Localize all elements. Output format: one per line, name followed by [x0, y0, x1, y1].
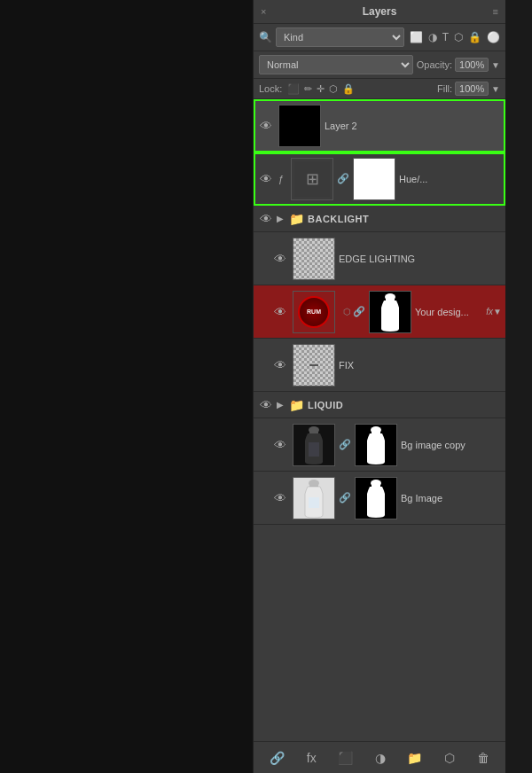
- layer-name: Bg image copy: [401, 440, 502, 450]
- new-layer-button[interactable]: ⬡: [441, 749, 458, 767]
- opacity-value[interactable]: 100%: [455, 58, 489, 72]
- lock-row: Lock: ⬛ ✏ ✛ ⬡ 🔒 Fill: 100% ▼: [254, 79, 505, 99]
- adjustment-icon: ƒ: [275, 174, 287, 184]
- fix-dash: [309, 364, 318, 366]
- layer-item[interactable]: 👁 EDGE LIGHTING: [254, 232, 505, 285]
- lock-position-icon[interactable]: ✛: [317, 83, 325, 95]
- visibility-icon[interactable]: 👁: [271, 491, 289, 505]
- fill-arrow[interactable]: ▼: [491, 84, 500, 94]
- adjustment-svg: ⊞: [294, 161, 330, 197]
- lock-artboard-icon[interactable]: ⬡: [329, 83, 338, 95]
- layer-item[interactable]: 👁 RUM ⬡ 🔗 Your desig... fx ▼: [254, 285, 505, 339]
- delete-layer-button[interactable]: 🗑: [473, 749, 493, 767]
- svg-rect-10: [309, 483, 318, 487]
- link-layers-button[interactable]: 🔗: [266, 749, 288, 767]
- layer-item[interactable]: 👁 🔗 Bg Image: [254, 472, 505, 525]
- filter-row: 🔍 Kind ⬜ ◑ T ⬡ 🔒 ⚪: [254, 24, 505, 51]
- layer-thumbnail: [293, 424, 335, 466]
- search-icon: 🔍: [259, 31, 272, 43]
- layer-thumbnail: RUM: [293, 291, 335, 333]
- layer-name: FIX: [339, 360, 502, 371]
- svg-rect-8: [372, 430, 380, 433]
- add-adjustment-button[interactable]: ◑: [372, 749, 389, 767]
- filter-smart-icon[interactable]: 🔒: [468, 31, 481, 43]
- visibility-icon[interactable]: 👁: [257, 119, 275, 133]
- folder-name: BACKLIGHT: [308, 214, 369, 224]
- bottle-svg: [301, 478, 327, 519]
- visibility-icon[interactable]: 👁: [257, 172, 275, 186]
- opacity-group: Opacity: 100% ▼: [417, 58, 500, 72]
- layers-list: 👁 Layer 2 👁 ƒ ⊞ 🔗 Hue/... 👁 ▶ 📁 BACKLIGH…: [254, 99, 505, 741]
- visibility-icon[interactable]: 👁: [257, 212, 275, 226]
- folder-icon: 📁: [289, 212, 304, 226]
- layer-thumbnail: [293, 477, 335, 519]
- link-icon: 🔗: [337, 173, 349, 184]
- svg-text:⊞: ⊞: [306, 170, 319, 188]
- adjustment-thumb: ⊞: [291, 158, 333, 200]
- fill-value[interactable]: 100%: [455, 82, 489, 96]
- filter-type-icon[interactable]: T: [442, 31, 449, 43]
- visibility-icon[interactable]: 👁: [257, 398, 275, 412]
- panel-header: × Layers ≡: [254, 0, 505, 24]
- link-icon: 🔗: [339, 439, 351, 450]
- folder-arrow-icon[interactable]: ▶: [277, 400, 284, 410]
- layer-badges: ⬡: [340, 307, 353, 316]
- layer-item[interactable]: 👁 🔗 Bg image copy: [254, 418, 505, 472]
- folder-item[interactable]: 👁 ▶ 📁 BACKLIGHT: [254, 206, 505, 232]
- mask-thumbnail: [355, 477, 397, 519]
- layer-item[interactable]: 👁 ƒ ⊞ 🔗 Hue/...: [254, 152, 505, 206]
- blend-mode-select[interactable]: Normal: [259, 55, 413, 74]
- visibility-icon[interactable]: 👁: [271, 305, 289, 319]
- lock-transparent-icon[interactable]: ⬛: [287, 83, 300, 95]
- mask-thumbnail: [353, 158, 395, 200]
- canvas-area: [0, 0, 253, 773]
- lock-all-icon[interactable]: 🔒: [342, 83, 355, 95]
- filter-toggle-icon[interactable]: ⚪: [487, 31, 500, 43]
- layer-name: Bg Image: [401, 493, 502, 504]
- fx-label: fx: [486, 307, 493, 316]
- svg-rect-6: [309, 442, 319, 457]
- fx-arrow[interactable]: ▼: [493, 307, 502, 316]
- link-icon: 🔗: [353, 306, 365, 317]
- lock-icons: ⬛ ✏ ✛ ⬡ 🔒: [287, 83, 355, 95]
- layer-name: Layer 2: [325, 121, 502, 131]
- layer-thumbnail: [293, 344, 335, 386]
- bottle-svg: [363, 478, 389, 519]
- add-fx-button[interactable]: fx: [303, 749, 320, 767]
- lock-image-icon[interactable]: ✏: [304, 83, 312, 95]
- filter-pixel-icon[interactable]: ⬜: [410, 31, 423, 43]
- panel-close-button[interactable]: ×: [261, 6, 266, 17]
- filter-adjustment-icon[interactable]: ◑: [428, 31, 437, 43]
- opacity-label: Opacity:: [417, 59, 452, 70]
- filter-kind-select[interactable]: Kind: [276, 27, 404, 47]
- svg-rect-5: [309, 430, 318, 433]
- lock-label: Lock:: [259, 83, 282, 94]
- visibility-icon[interactable]: 👁: [271, 358, 289, 372]
- panel-menu-button[interactable]: ≡: [493, 6, 498, 17]
- layer-thumbnail: [293, 238, 335, 280]
- layer-item[interactable]: 👁 Layer 2: [254, 99, 505, 152]
- folder-item[interactable]: 👁 ▶ 📁 Liquid: [254, 392, 505, 418]
- bottle-svg: [363, 425, 389, 465]
- layer-name: EDGE LIGHTING: [339, 254, 502, 264]
- new-group-button[interactable]: 📁: [403, 749, 426, 767]
- visibility-icon[interactable]: 👁: [271, 438, 289, 452]
- layer-name: Your desig...: [415, 307, 484, 317]
- visibility-icon[interactable]: 👁: [271, 252, 289, 266]
- layer-name: Hue/...: [399, 174, 502, 184]
- opacity-arrow[interactable]: ▼: [491, 60, 500, 70]
- folder-arrow-icon[interactable]: ▶: [277, 214, 284, 223]
- svg-rect-13: [372, 483, 380, 487]
- add-mask-button[interactable]: ⬛: [334, 749, 356, 767]
- fill-label: Fill:: [437, 83, 452, 94]
- filter-shape-icon[interactable]: ⬡: [454, 31, 463, 43]
- folder-name: Liquid: [308, 400, 343, 410]
- svg-rect-3: [386, 297, 395, 301]
- mask-thumbnail: [355, 424, 397, 466]
- folder-icon: 📁: [289, 398, 304, 412]
- svg-rect-11: [309, 497, 319, 508]
- layer-item[interactable]: 👁 FIX: [254, 339, 505, 392]
- rum-logo: RUM: [298, 296, 330, 328]
- link-icon: 🔗: [339, 492, 351, 504]
- bottle-svg: [377, 292, 403, 332]
